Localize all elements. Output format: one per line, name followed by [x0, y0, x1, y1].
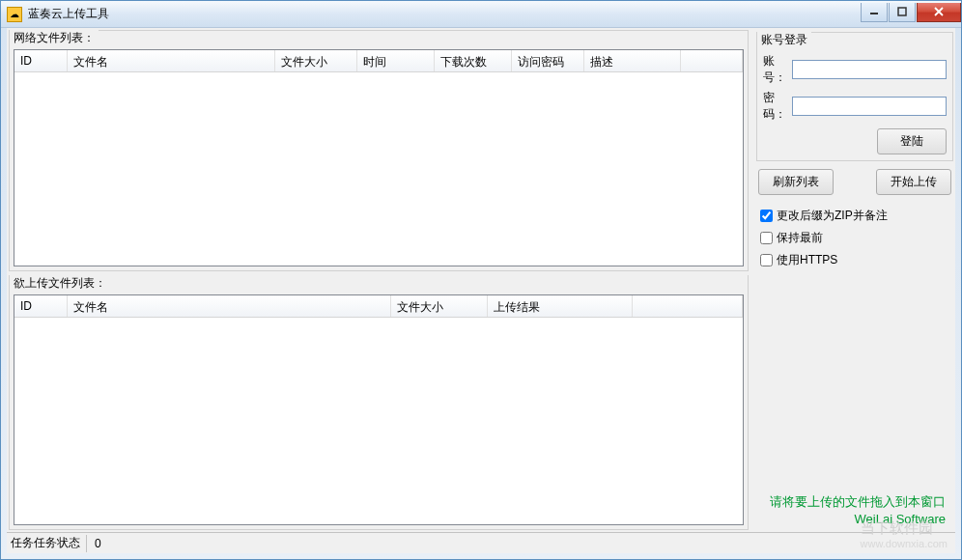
col-time[interactable]: 时间	[357, 50, 435, 71]
upload-file-listview[interactable]: ID 文件名 文件大小 上传结果	[14, 294, 744, 525]
account-label: 账号：	[763, 53, 792, 86]
network-listview-header: ID 文件名 文件大小 时间 下载次数 访问密码 描述	[14, 50, 743, 72]
close-button[interactable]	[917, 3, 961, 22]
hint-line2: WeiLai Software	[770, 511, 946, 528]
maximize-button[interactable]	[889, 3, 916, 22]
col-downloads[interactable]: 下载次数	[435, 50, 512, 71]
app-icon: ☁	[7, 7, 22, 22]
option-keep-top: 保持最前	[754, 227, 955, 249]
network-listview-body[interactable]	[14, 72, 743, 266]
upload-listview-body[interactable]	[14, 318, 743, 524]
minimize-button[interactable]	[861, 3, 888, 22]
status-value: 0	[86, 535, 109, 552]
svg-rect-1	[898, 8, 906, 15]
login-group: 账号登录 账号： 密码： 登陆	[756, 32, 953, 161]
col-spacer	[681, 50, 743, 71]
action-buttons: 刷新列表 开始上传	[754, 167, 955, 205]
app-window: ☁ 蓝奏云上传工具 网络文件列表： ID	[0, 0, 962, 560]
col-result[interactable]: 上传结果	[488, 295, 633, 317]
login-button[interactable]: 登陆	[877, 128, 947, 154]
zip-suffix-checkbox[interactable]	[760, 210, 773, 222]
password-label: 密码：	[763, 90, 792, 123]
titlebar: ☁ 蓝奏云上传工具	[1, 1, 961, 28]
col-size[interactable]: 文件大小	[275, 50, 357, 71]
left-column: 网络文件列表： ID 文件名 文件大小 时间 下载次数 访问密码 描述	[7, 28, 750, 532]
col-filename[interactable]: 文件名	[68, 50, 275, 71]
col-password[interactable]: 访问密码	[512, 50, 584, 71]
window-title: 蓝奏云上传工具	[28, 6, 860, 22]
option-use-https: 使用HTTPS	[754, 249, 955, 271]
refresh-button[interactable]: 刷新列表	[758, 169, 834, 195]
upload-file-group: 欲上传文件列表： ID 文件名 文件大小 上传结果	[9, 275, 749, 530]
use-https-checkbox[interactable]	[760, 254, 773, 266]
right-column: 账号登录 账号： 密码： 登陆 刷新列表 开始上传	[754, 28, 955, 532]
login-group-title: 账号登录	[757, 32, 811, 48]
start-upload-button[interactable]: 开始上传	[876, 169, 951, 195]
password-input[interactable]	[792, 97, 947, 116]
zip-suffix-label: 更改后缀为ZIP并备注	[777, 208, 888, 224]
statusbar: 任务任务状态 0	[7, 532, 955, 553]
network-file-listview[interactable]: ID 文件名 文件大小 时间 下载次数 访问密码 描述	[14, 49, 744, 266]
col-id[interactable]: ID	[14, 295, 68, 317]
col-size[interactable]: 文件大小	[391, 295, 488, 317]
status-label: 任务任务状态	[11, 535, 86, 551]
col-spacer	[633, 295, 743, 317]
upload-listview-header: ID 文件名 文件大小 上传结果	[14, 295, 743, 318]
client-area: 网络文件列表： ID 文件名 文件大小 时间 下载次数 访问密码 描述	[7, 28, 955, 553]
upload-group-title: 欲上传文件列表：	[10, 275, 748, 292]
option-zip-suffix: 更改后缀为ZIP并备注	[754, 205, 955, 227]
col-filename[interactable]: 文件名	[68, 295, 391, 317]
window-controls	[860, 3, 961, 22]
hint-line1: 请将要上传的文件拖入到本窗口	[770, 493, 946, 511]
account-input[interactable]	[792, 60, 947, 79]
keep-top-checkbox[interactable]	[760, 232, 773, 244]
network-file-group: 网络文件列表： ID 文件名 文件大小 时间 下载次数 访问密码 描述	[9, 30, 749, 271]
keep-top-label: 保持最前	[777, 230, 823, 246]
col-id[interactable]: ID	[14, 50, 68, 71]
main-row: 网络文件列表： ID 文件名 文件大小 时间 下载次数 访问密码 描述	[7, 28, 955, 532]
network-group-title: 网络文件列表：	[10, 30, 99, 46]
drag-hint: 请将要上传的文件拖入到本窗口 WeiLai Software	[770, 493, 946, 528]
col-desc[interactable]: 描述	[584, 50, 681, 71]
use-https-label: 使用HTTPS	[777, 252, 837, 268]
